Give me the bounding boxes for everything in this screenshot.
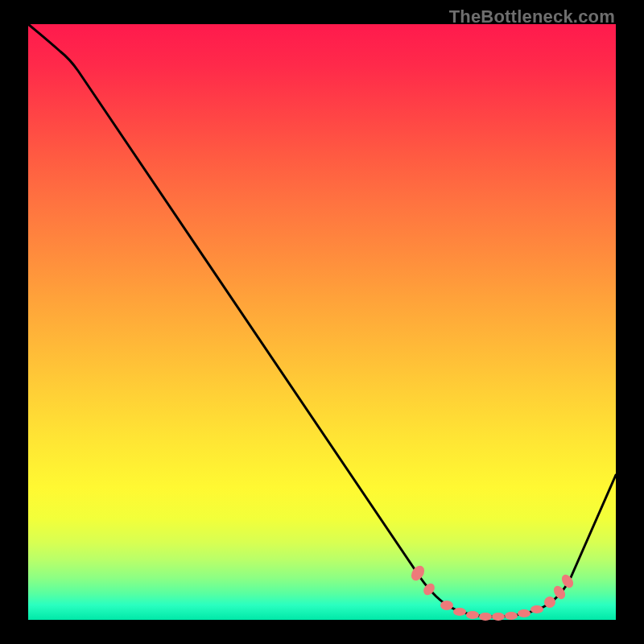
- marker-dot: [440, 601, 453, 610]
- marker-dot: [492, 613, 505, 621]
- marker-dot: [479, 613, 492, 621]
- marker-dot: [530, 605, 543, 613]
- marker-dot: [453, 608, 466, 616]
- chart-frame: [28, 24, 616, 620]
- chart-svg: [28, 24, 616, 620]
- marker-dot: [466, 611, 479, 619]
- marker-dot: [518, 609, 530, 617]
- curve-line: [28, 24, 616, 617]
- marker-group: [409, 564, 576, 621]
- marker-dot: [505, 612, 518, 620]
- marker-dot: [559, 572, 576, 590]
